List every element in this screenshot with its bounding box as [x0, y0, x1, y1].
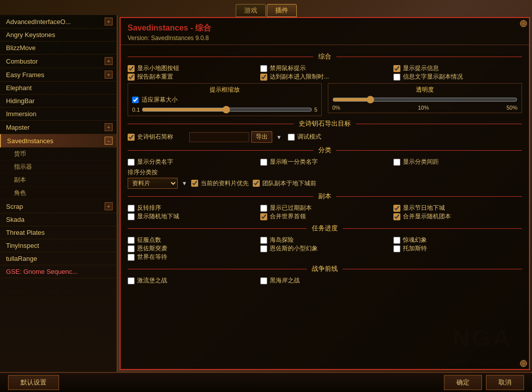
checkbox-show-holiday-input[interactable]	[393, 205, 400, 212]
confirm-button[interactable]: 确定	[444, 375, 482, 390]
checkbox-darkshore-input[interactable]	[260, 277, 267, 284]
expand-advanced[interactable]: +	[105, 18, 113, 26]
sidebar-item-skada[interactable]: Skada	[0, 213, 117, 226]
checkbox-show-minimap-input[interactable]	[128, 65, 135, 72]
checkbox-conquest-input[interactable]	[128, 237, 135, 244]
checkbox-conquest: 征服点数	[128, 236, 256, 244]
sidebar-sub-indicators[interactable]: 指示器	[0, 161, 117, 174]
checkbox-show-random-dungeon-input[interactable]	[128, 213, 135, 220]
checkbox-torghast-input[interactable]	[393, 245, 400, 252]
checkbox-nzoth-assault-input[interactable]	[128, 245, 135, 252]
sidebar-item-tinyinspect[interactable]: TinyInspect	[0, 239, 117, 252]
sidebar-sub-roles[interactable]: 角色	[0, 187, 117, 200]
transparency-values-row: 0% 10% 50%	[332, 105, 517, 111]
transparency-slider[interactable]	[332, 96, 517, 104]
expand-easyframes[interactable]: +	[105, 71, 113, 79]
sort-row: 排序分类按	[128, 168, 522, 177]
sidebar-item-combustor[interactable]: Combustor +	[0, 55, 117, 68]
checkbox-world-waiting-input[interactable]	[128, 254, 135, 261]
expand-mapster[interactable]: +	[105, 123, 113, 131]
tab-plugin[interactable]: 插件	[267, 4, 297, 17]
sidebar-item-gse[interactable]: GSE: Gnome Sequenc...	[0, 265, 117, 278]
checkbox-merge-random-input[interactable]	[393, 213, 400, 220]
checkbox-show-tooltip-input[interactable]	[393, 65, 400, 72]
scroll-up-indicator[interactable]	[520, 20, 527, 27]
sidebar-sub-currency[interactable]: 货币	[0, 148, 117, 161]
checkbox-team-dungeon-input[interactable]	[253, 180, 260, 187]
export-input[interactable]	[189, 132, 249, 142]
quest-row2: 恩佐斯突袭 恩佐斯的小型幻象 托加斯特	[128, 244, 522, 253]
hint-scale-row: 适应屏幕大小	[132, 96, 317, 104]
checkbox-nzoth-minor-input[interactable]	[260, 245, 267, 252]
sort-control-row: 资料片 ▼ 当前的资料片优先 团队副本于地下城前	[128, 178, 522, 189]
content-header: Savedinstances - 综合 Version: SavedInstan…	[121, 18, 529, 45]
content-area: Savedinstances - 综合 Version: SavedInstan…	[120, 17, 530, 370]
bottom-right-buttons: 确定 取消	[444, 375, 524, 390]
default-button[interactable]: 默认设置	[8, 375, 59, 390]
quest-row1: 征服点数 海岛探险 惊魂幻象	[128, 236, 522, 244]
tab-bar: 游戏 插件	[0, 4, 532, 17]
general-section: 综合 显示小地图按钮 禁用鼠标提示 显示提示信息	[121, 45, 529, 289]
expand-combustor[interactable]: +	[105, 57, 113, 65]
checkbox-current-priority-input[interactable]	[191, 180, 198, 187]
checkbox-island-input[interactable]	[260, 237, 267, 244]
epic-divider-right	[356, 124, 522, 124]
export-button[interactable]: 导出	[251, 131, 272, 143]
checkbox-debug-input[interactable]	[288, 134, 295, 141]
adapt-screen-checkbox[interactable]	[132, 97, 139, 103]
hint-slider-max: 5	[314, 107, 317, 113]
sidebar-item-blizzmove[interactable]: BlizzMove	[0, 42, 117, 55]
sidebar-item-tullarange[interactable]: tullaRange	[0, 252, 117, 265]
quest-divider-left	[128, 228, 307, 229]
scroll-down-indicator[interactable]	[520, 360, 527, 367]
main-layout: AdvancedInterfaceO... + Angry Keystones …	[0, 15, 532, 372]
epic-row: 史诗钥石简称 导出 ▼ 调试模式	[128, 131, 522, 143]
sidebar-item-scrap[interactable]: Scrap +	[0, 200, 117, 213]
checkbox-limit-tooltip: 达到副本进入限制时...	[260, 73, 389, 81]
hint-scale-slider[interactable]	[142, 106, 312, 114]
sidebar-item-elephant[interactable]: Elephant	[0, 82, 117, 95]
checkbox-merge-random: 合并显示随机团本	[393, 212, 522, 221]
sidebar-item-easyframes[interactable]: Easy Frames +	[0, 68, 117, 82]
warfront-row1: 激流堡之战 黑海岸之战	[128, 276, 522, 285]
sidebar-item-hidingbar[interactable]: HidingBar	[0, 95, 117, 108]
general-row1: 显示小地图按钮 禁用鼠标提示 显示提示信息	[128, 64, 522, 73]
checkbox-arathi-input[interactable]	[128, 277, 135, 284]
checkbox-unique-cat-input[interactable]	[260, 159, 267, 166]
classification-row1: 显示分类名字 显示唯一分类名字 显示分类间距	[128, 158, 522, 166]
sort-dropdown[interactable]: 资料片	[128, 178, 178, 189]
checkbox-merge-world-first-input[interactable]	[260, 213, 267, 220]
checkbox-limit-tooltip-input[interactable]	[260, 74, 267, 81]
checkbox-reverse-sort-input[interactable]	[128, 205, 135, 212]
checkbox-show-expired-input[interactable]	[260, 205, 267, 212]
checkbox-arathi: 激流堡之战	[128, 276, 256, 285]
checkbox-disable-mouse-input[interactable]	[260, 65, 267, 72]
checkbox-info-text-input[interactable]	[393, 74, 400, 81]
classification-divider: 分类	[128, 146, 522, 155]
sidebar-item-advanced[interactable]: AdvancedInterfaceO... +	[0, 15, 117, 29]
sidebar-item-immersion[interactable]: Immersion	[0, 108, 117, 121]
checkbox-report-reset-input[interactable]	[128, 74, 135, 81]
checkbox-cat-gap-input[interactable]	[393, 159, 400, 166]
content-version: Version: SavedInstances 9.0.8	[128, 35, 522, 42]
sidebar-sub-dungeons[interactable]: 副本	[0, 174, 117, 187]
checkbox-show-random-dungeon: 显示随机地下城	[128, 212, 256, 221]
collapse-savedinstances[interactable]: -	[105, 137, 113, 145]
checkbox-show-cat-name-input[interactable]	[128, 159, 135, 166]
checkbox-merge-world-first: 合并世界首领	[260, 212, 389, 221]
cancel-button[interactable]: 取消	[486, 375, 524, 390]
checkbox-horrific-input[interactable]	[393, 237, 400, 244]
checkbox-nzoth-minor: 恩佐斯的小型幻象	[260, 244, 389, 253]
checkbox-epic-abbrev-input[interactable]	[128, 134, 135, 141]
checkbox-darkshore: 黑海岸之战	[260, 276, 389, 285]
trans-val-2: 50%	[506, 105, 517, 111]
tab-game[interactable]: 游戏	[236, 4, 266, 17]
expand-scrap[interactable]: +	[105, 202, 113, 210]
sidebar-item-threatplates[interactable]: Threat Plates	[0, 226, 117, 239]
checkbox-current-priority: 当前的资料片优先	[191, 179, 249, 188]
sidebar-item-savedinstances[interactable]: SavedInstances -	[0, 134, 117, 148]
sidebar-item-mapster[interactable]: Mapster +	[0, 121, 117, 134]
checkbox-island: 海岛探险	[260, 236, 389, 244]
quest-title: 任务进度	[307, 224, 343, 233]
sidebar-item-angry[interactable]: Angry Keystones	[0, 29, 117, 42]
